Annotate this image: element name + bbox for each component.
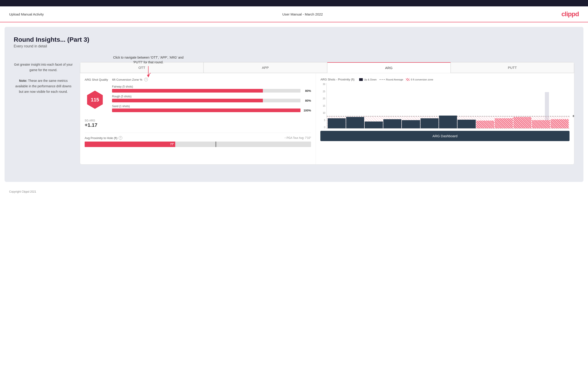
y-label-0: 0 bbox=[324, 126, 325, 129]
legend-up-down-label: Up & Down bbox=[364, 78, 377, 81]
chart-title: ARG Shots - Proximity (ft) bbox=[320, 78, 355, 81]
legend-dashed-line bbox=[380, 79, 385, 80]
proximity-cursor bbox=[216, 142, 216, 147]
bar-7 bbox=[439, 116, 457, 128]
bar-13-hatched bbox=[551, 119, 569, 128]
y-label-5: 5 bbox=[324, 119, 325, 122]
score-value: 115 bbox=[91, 97, 99, 103]
chart-header: ARG Shots - Proximity (ft) Up & Down Rou… bbox=[320, 78, 570, 81]
page-title: Round Insights... (Part 3) bbox=[14, 36, 574, 43]
legend-conversion: 6 ft conversion zone bbox=[406, 78, 433, 81]
y-label-20: 20 bbox=[323, 97, 325, 100]
tab-app[interactable]: APP bbox=[204, 62, 327, 73]
footer: Copyright Clippd 2021 bbox=[0, 186, 588, 197]
bar-track-rough bbox=[112, 99, 301, 102]
bar-wrapper-rough: 80% bbox=[112, 99, 311, 102]
bar-track-fairway bbox=[112, 89, 301, 92]
y-label-30: 30 bbox=[323, 83, 325, 85]
bar-row-fairway: Fairway (5 shots) 80% bbox=[112, 85, 311, 92]
proximity-bar-fill: 77' bbox=[85, 142, 175, 147]
shot-quality-label: ARG Shot Quality bbox=[85, 78, 108, 81]
proximity-help-icon[interactable]: ? bbox=[119, 136, 122, 140]
pga-label: ↑ PGA Tour Avg: 7'10" bbox=[285, 136, 311, 140]
bar-track-sand bbox=[112, 108, 301, 112]
bar-fill-sand bbox=[112, 108, 301, 112]
tab-arg[interactable]: ARG bbox=[327, 62, 451, 73]
score-area: 115 Fairway (5 shots) bbox=[85, 85, 311, 114]
page-subtitle: Every round in detail bbox=[14, 44, 574, 48]
upload-manual-label: Upload Manual Activity bbox=[9, 12, 44, 16]
legend-hatched-swatch bbox=[406, 78, 410, 81]
annotation-text: Click to navigate between 'OTT', 'APP', … bbox=[112, 55, 185, 80]
proximity-label: Avg Proximity to Hole (ft) ? bbox=[85, 136, 122, 140]
proximity-value: 77' bbox=[170, 143, 174, 146]
bar-11-hatched bbox=[513, 117, 531, 128]
hexagon-score-shape: 115 bbox=[86, 91, 104, 109]
legend-round-avg: Round Average bbox=[380, 78, 403, 81]
copyright: Copyright Clippd 2021 bbox=[9, 190, 36, 193]
sg-value: +1.17 bbox=[85, 122, 311, 128]
proximity-header: Avg Proximity to Hole (ft) ? ↑ PGA Tour … bbox=[85, 136, 311, 140]
bar-pct-fairway: 80% bbox=[302, 89, 311, 92]
bar-12-hatched bbox=[532, 120, 550, 128]
bar-row-rough: Rough (5 shots) 80% bbox=[112, 95, 311, 102]
bar-row-sand: Sand (1 shots) 100% bbox=[112, 105, 311, 112]
bar-3 bbox=[365, 122, 383, 128]
bar-label-rough: Rough (5 shots) bbox=[112, 95, 311, 98]
main-content: Round Insights... (Part 3) Every round i… bbox=[5, 27, 583, 182]
y-label-15: 15 bbox=[323, 105, 325, 107]
sg-area: SG ARG +1.17 bbox=[85, 119, 311, 128]
proximity-section: Avg Proximity to Hole (ft) ? ↑ PGA Tour … bbox=[85, 133, 311, 147]
right-section: ARG Shots - Proximity (ft) Up & Down Rou… bbox=[316, 73, 574, 164]
bar-wrapper-fairway: 80% bbox=[112, 89, 311, 92]
left-panel: Get greater insight into each facet of y… bbox=[14, 62, 73, 95]
legend-up-down: Up & Down bbox=[359, 78, 377, 81]
chart-bars bbox=[327, 83, 570, 128]
bar-4 bbox=[383, 119, 401, 128]
annotation-arrow-icon bbox=[144, 66, 153, 80]
bar-wrapper-sand: 100% bbox=[112, 108, 311, 112]
sg-label: SG ARG bbox=[85, 119, 311, 122]
bar-2 bbox=[346, 117, 364, 128]
bar-pct-sand: 100% bbox=[302, 109, 311, 112]
legend-swatch-dark bbox=[359, 78, 363, 81]
left-panel-text: Get greater insight into each facet of y… bbox=[14, 62, 73, 95]
chart-area: 8 bbox=[327, 83, 570, 129]
header: Upload Manual Activity User Manual - Mar… bbox=[0, 6, 588, 22]
bar-label-sand: Sand (1 shots) bbox=[112, 105, 311, 108]
bar-5 bbox=[402, 120, 420, 128]
legend-round-avg-label: Round Average bbox=[386, 78, 403, 81]
bar-9-hatched bbox=[476, 121, 494, 128]
proximity-bar-track: 77' bbox=[85, 142, 311, 147]
y-axis: 30 25 20 15 10 5 0 bbox=[323, 83, 326, 129]
manual-label: User Manual - March 2022 bbox=[282, 12, 323, 16]
panel-body: ARG Shot Quality 6ft Conversion Zone % ?… bbox=[80, 73, 574, 164]
bar-8 bbox=[458, 120, 476, 128]
bar-fill-fairway bbox=[112, 89, 263, 92]
legend-conversion-label: 6 ft conversion zone bbox=[411, 78, 433, 81]
y-label-10: 10 bbox=[323, 112, 325, 114]
tab-putt[interactable]: PUTT bbox=[451, 62, 574, 73]
y-label-25: 25 bbox=[323, 90, 325, 93]
bar-10-hatched bbox=[495, 118, 513, 128]
bar-1 bbox=[328, 118, 346, 128]
clippd-logo: clippd bbox=[562, 10, 579, 18]
left-section: ARG Shot Quality 6ft Conversion Zone % ?… bbox=[80, 73, 316, 164]
bar-6 bbox=[421, 118, 439, 128]
bar-fill-rough bbox=[112, 99, 263, 102]
bar-label-fairway: Fairway (5 shots) bbox=[112, 85, 311, 88]
chart-container: 30 25 20 15 10 5 0 bbox=[323, 83, 570, 129]
top-bar bbox=[0, 0, 588, 6]
bars-section: Fairway (5 shots) 80% bbox=[112, 85, 311, 114]
hexagon-container: 115 bbox=[85, 90, 105, 110]
dashed-avg-value: 8 bbox=[573, 115, 574, 117]
chart-with-y-axis: 30 25 20 15 10 5 0 bbox=[323, 83, 570, 129]
arg-dashboard-button[interactable]: ARG Dashboard bbox=[320, 131, 570, 141]
bar-pct-rough: 80% bbox=[302, 99, 311, 102]
